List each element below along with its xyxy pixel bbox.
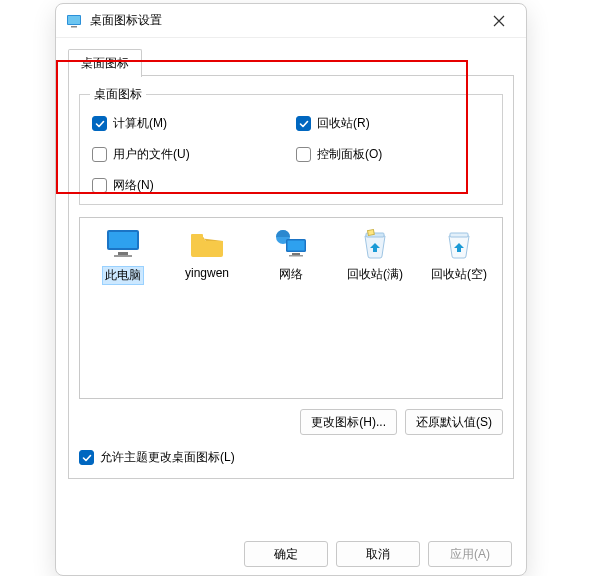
checkmark-icon bbox=[296, 116, 311, 131]
recycle-bin-full-icon bbox=[356, 228, 394, 260]
checkbox-network[interactable]: 网络(N) bbox=[92, 177, 286, 194]
checkbox-label: 用户的文件(U) bbox=[113, 146, 190, 163]
allow-themes-label: 允许主题更改桌面图标(L) bbox=[100, 449, 235, 466]
icon-label: 回收站(空) bbox=[429, 266, 489, 283]
svg-rect-7 bbox=[191, 234, 203, 239]
svg-rect-5 bbox=[118, 252, 128, 255]
close-button[interactable] bbox=[482, 7, 516, 35]
svg-rect-6 bbox=[114, 255, 132, 257]
change-icon-button[interactable]: 更改图标(H)... bbox=[300, 409, 397, 435]
client-area: 桌面图标 桌面图标 计算机(M) 回收站(R) 用户 bbox=[56, 38, 526, 485]
checkmark-icon bbox=[79, 450, 94, 465]
tab-page: 桌面图标 计算机(M) 回收站(R) 用户的文件(U) bbox=[68, 76, 514, 479]
checkbox-grid: 计算机(M) 回收站(R) 用户的文件(U) 控制面板(O) bbox=[92, 111, 490, 194]
svg-rect-10 bbox=[288, 241, 305, 251]
checkbox-box bbox=[296, 147, 311, 162]
checkbox-label: 控制面板(O) bbox=[317, 146, 382, 163]
svg-rect-11 bbox=[292, 253, 300, 255]
tabstrip: 桌面图标 bbox=[68, 48, 514, 76]
dialog-title: 桌面图标设置 bbox=[90, 12, 482, 29]
ok-button[interactable]: 确定 bbox=[244, 541, 328, 567]
svg-rect-1 bbox=[68, 16, 80, 24]
group-title: 桌面图标 bbox=[90, 86, 146, 103]
dialog-footer: 确定 取消 应用(A) bbox=[244, 541, 512, 567]
icon-item-recycle-full[interactable]: 回收站(满) bbox=[340, 228, 410, 283]
titlebar: 桌面图标设置 bbox=[56, 4, 526, 38]
apply-button[interactable]: 应用(A) bbox=[428, 541, 512, 567]
icon-item-user-folder[interactable]: yingwen bbox=[172, 228, 242, 280]
checkbox-label: 网络(N) bbox=[113, 177, 154, 194]
checkbox-label: 回收站(R) bbox=[317, 115, 370, 132]
icon-label: 此电脑 bbox=[102, 266, 144, 285]
svg-rect-4 bbox=[109, 232, 137, 248]
svg-rect-2 bbox=[71, 26, 77, 28]
monitor-icon bbox=[104, 228, 142, 260]
folder-icon bbox=[188, 228, 226, 260]
icon-label: 网络 bbox=[277, 266, 305, 283]
checkbox-control-panel[interactable]: 控制面板(O) bbox=[296, 146, 490, 163]
app-icon bbox=[66, 13, 82, 29]
icon-preview-list[interactable]: 此电脑 yingwen bbox=[79, 217, 503, 399]
checkbox-box bbox=[92, 147, 107, 162]
network-icon bbox=[272, 228, 310, 260]
recycle-bin-empty-icon bbox=[440, 228, 478, 260]
restore-defaults-button[interactable]: 还原默认值(S) bbox=[405, 409, 503, 435]
svg-rect-15 bbox=[450, 233, 468, 237]
icon-item-network[interactable]: 网络 bbox=[256, 228, 326, 283]
checkbox-user-files[interactable]: 用户的文件(U) bbox=[92, 146, 286, 163]
checkmark-icon bbox=[92, 116, 107, 131]
allow-themes-checkbox[interactable]: 允许主题更改桌面图标(L) bbox=[79, 449, 503, 466]
icon-item-this-pc[interactable]: 此电脑 bbox=[88, 228, 158, 285]
checkbox-recycle-bin[interactable]: 回收站(R) bbox=[296, 115, 490, 132]
dialog-window: 桌面图标设置 桌面图标 桌面图标 计算机(M) 回收站(R) bbox=[55, 3, 527, 576]
tab-desktop-icons[interactable]: 桌面图标 bbox=[68, 49, 142, 77]
icon-label: yingwen bbox=[183, 266, 231, 280]
icon-label: 回收站(满) bbox=[345, 266, 405, 283]
icon-action-row: 更改图标(H)... 还原默认值(S) bbox=[79, 409, 503, 435]
cancel-button[interactable]: 取消 bbox=[336, 541, 420, 567]
svg-rect-14 bbox=[368, 230, 375, 236]
group-desktop-icons: 桌面图标 计算机(M) 回收站(R) 用户的文件(U) bbox=[79, 94, 503, 205]
checkbox-computer[interactable]: 计算机(M) bbox=[92, 115, 286, 132]
icon-item-recycle-empty[interactable]: 回收站(空) bbox=[424, 228, 494, 283]
svg-rect-12 bbox=[289, 255, 303, 257]
checkbox-box bbox=[92, 178, 107, 193]
checkbox-label: 计算机(M) bbox=[113, 115, 167, 132]
